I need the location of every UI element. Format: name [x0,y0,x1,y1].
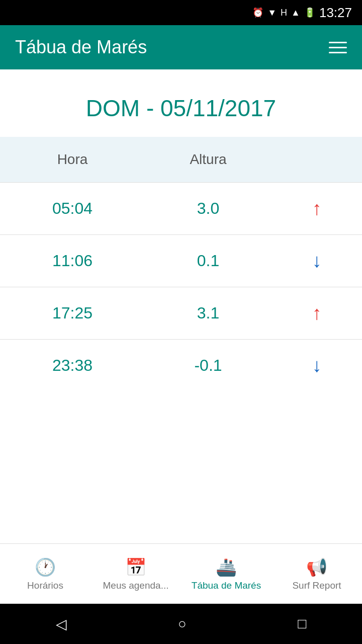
home-button[interactable]: ○ [178,616,187,632]
date-display: DOM - 05/11/2017 [86,95,276,121]
signal-bars-icon: ▲ [291,8,300,18]
status-icons: ⏰ ▼ H ▲ 🔋 13:27 [252,5,352,21]
nav-surf-label: Surf Report [292,580,341,591]
tide-direction: ↑ [272,182,362,234]
nav-tabua[interactable]: 🚢 Tábua de Marés [181,544,272,604]
recents-button[interactable]: □ [298,616,306,632]
back-button[interactable]: ◁ [56,616,67,632]
system-navigation: ◁ ○ □ [0,604,362,644]
arrow-down-icon: ↓ [312,250,322,271]
table-row: 17:253.1↑ [0,287,362,339]
tide-height: 3.0 [145,182,272,234]
megaphone-icon: 📢 [306,557,327,577]
nav-horarios-label: Horários [27,580,63,591]
alarm-icon: ⏰ [252,7,263,18]
header-direction [272,137,362,182]
bottom-navigation: 🕐 Horários 📅 Meus agenda... 🚢 Tábua de M… [0,543,362,604]
app-bar: Tábua de Marés [0,25,362,69]
table-row: 11:060.1↓ [0,234,362,287]
nav-agenda-label: Meus agenda... [103,580,169,591]
tide-table: Hora Altura 05:043.0↑11:060.1↓17:253.1↑2… [0,137,362,391]
calendar-icon: 📅 [125,557,146,577]
nav-tabua-label: Tábua de Marés [192,580,261,591]
header-altura: Altura [145,137,272,182]
arrow-down-icon: ↓ [312,355,322,376]
table-header-row: Hora Altura [0,137,362,182]
app-title: Tábua de Marés [15,37,147,58]
tide-height: 3.1 [145,287,272,339]
menu-button[interactable] [329,42,347,53]
date-section: DOM - 05/11/2017 [0,69,362,137]
tide-time: 17:25 [0,287,145,339]
status-bar: ⏰ ▼ H ▲ 🔋 13:27 [0,0,362,25]
table-row: 23:38-0.1↓ [0,339,362,391]
tide-time: 05:04 [0,182,145,234]
tide-height: -0.1 [145,339,272,391]
signal-h-icon: H [281,8,287,18]
tide-time: 11:06 [0,234,145,287]
table-row: 05:043.0↑ [0,182,362,234]
nav-surf[interactable]: 📢 Surf Report [272,544,362,604]
status-time: 13:27 [319,5,352,21]
wifi-icon: ▼ [267,8,277,18]
main-content: DOM - 05/11/2017 Hora Altura 05:043.0↑11… [0,69,362,543]
battery-icon: 🔋 [304,7,315,18]
arrow-up-icon: ↑ [312,198,322,219]
tide-direction: ↑ [272,287,362,339]
tide-time: 23:38 [0,339,145,391]
tide-direction: ↓ [272,339,362,391]
ship-icon: 🚢 [216,557,237,577]
tide-direction: ↓ [272,234,362,287]
tide-height: 0.1 [145,234,272,287]
nav-agenda[interactable]: 📅 Meus agenda... [90,544,181,604]
clock-icon: 🕐 [35,557,56,577]
arrow-up-icon: ↑ [312,302,322,324]
header-hora: Hora [0,137,145,182]
nav-horarios[interactable]: 🕐 Horários [0,544,90,604]
